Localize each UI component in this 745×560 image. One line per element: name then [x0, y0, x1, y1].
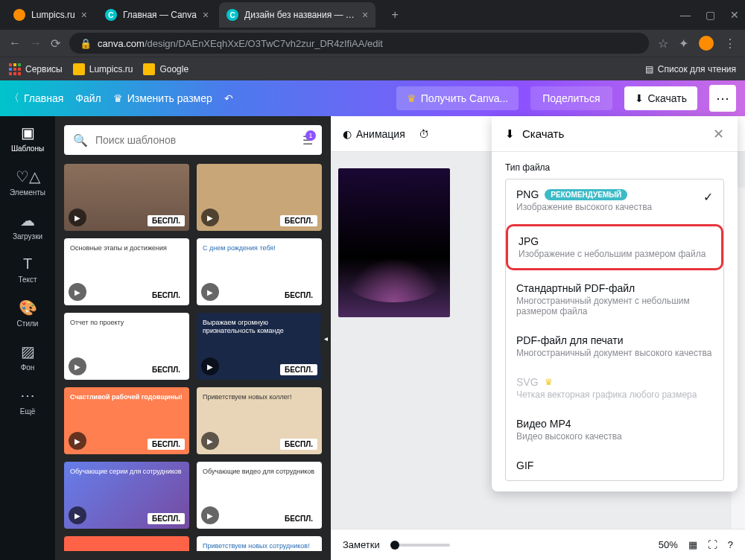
app-header: 〈 Главная Файл ♛ Изменить размер ↶ ♛ Пол…	[0, 80, 745, 116]
template-caption: Выражаем огромную признательность команд…	[203, 319, 316, 335]
browser-tab-active[interactable]: C Дизайн без названия — 1280 ×	[219, 2, 375, 28]
forward-button[interactable]: →	[30, 36, 42, 50]
template-item[interactable]: ▶БЕСПЛ.	[64, 536, 189, 551]
get-canva-button[interactable]: ♛ Получить Canva...	[396, 86, 519, 110]
close-window-icon[interactable]: ✕	[730, 9, 739, 21]
sidebar-item-elements[interactable]: ♡△ Элементы	[0, 160, 55, 204]
bookmark-lumpics[interactable]: Lumpics.ru	[73, 63, 133, 75]
new-tab-button[interactable]: +	[384, 4, 405, 25]
filetype-option-pdf-std[interactable]: Стандартный PDF-файл Многостраничный док…	[506, 273, 723, 325]
filter-icon[interactable]: ☰	[302, 133, 313, 147]
free-badge: БЕСПЛ.	[280, 364, 317, 375]
search-input[interactable]: 🔍 ☰	[64, 125, 322, 155]
template-item[interactable]: Приветствуем новых коллег!▶БЕСПЛ.	[197, 387, 322, 454]
zoom-slider[interactable]	[390, 544, 450, 547]
extension-icon[interactable]: ✦	[679, 36, 688, 51]
sidebar-item-label: Фон	[21, 363, 35, 372]
browser-titlebar: Lumpics.ru × C Главная — Canva × C Дизай…	[0, 0, 745, 30]
more-icon: ⋯	[20, 386, 35, 404]
notes-label[interactable]: Заметки	[343, 539, 380, 550]
template-item[interactable]: Счастливой рабочей годовщины!▶БЕСПЛ.	[64, 387, 189, 454]
template-item[interactable]: ▶БЕСПЛ.	[197, 164, 322, 231]
filetype-dropdown[interactable]: PNGРЕКОМЕНДУЕМЫЙ Изображение высокого ка…	[505, 179, 724, 481]
filetype-option-mp4[interactable]: Видео MP4 Видео высокого качества	[506, 409, 723, 451]
search-field[interactable]	[95, 134, 295, 146]
text-icon: T	[23, 255, 32, 273]
template-caption: Отчет по проекту	[70, 319, 183, 327]
undo-button[interactable]: ↶	[224, 92, 233, 104]
minimize-icon[interactable]: —	[680, 9, 691, 21]
template-item[interactable]: Обучающие видео для сотрудников▶БЕСПЛ.	[197, 462, 322, 529]
bookmark-label: Сервисы	[25, 64, 63, 74]
template-item[interactable]: Выражаем огромную признательность команд…	[197, 313, 322, 380]
filetype-option-svg[interactable]: SVG♛ Четкая векторная графика любого раз…	[506, 367, 723, 409]
tab-title: Lumpics.ru	[31, 10, 75, 20]
sidebar-item-label: Текст	[18, 276, 37, 284]
template-item[interactable]: Приветствуем новых сотрудников!▶БЕСПЛ.	[197, 536, 322, 551]
collapse-panel-button[interactable]: ◂	[320, 320, 331, 356]
home-button[interactable]: 〈 Главная	[9, 92, 63, 105]
sidebar-item-styles[interactable]: 🎨 Стили	[0, 291, 55, 335]
crown-icon: ♛	[113, 92, 123, 104]
close-icon[interactable]: ×	[203, 9, 209, 21]
filetype-option-pdf-print[interactable]: PDF-файл для печати Многостраничный доку…	[506, 325, 723, 367]
profile-avatar[interactable]	[699, 36, 714, 51]
template-grid: ▶БЕСПЛ. ▶БЕСПЛ. Основные этапы и достиже…	[64, 164, 322, 551]
filetype-desc: Видео высокого качества	[516, 431, 713, 442]
bookmarks-bar: Сервисы Lumpics.ru Google ▤ Список для ч…	[0, 57, 745, 80]
sidebar-item-more[interactable]: ⋯ Ещё	[0, 379, 55, 423]
bookmark-google[interactable]: Google	[143, 63, 188, 75]
file-button[interactable]: Файл	[75, 92, 101, 104]
maximize-icon[interactable]: ▢	[706, 9, 715, 21]
getcanva-label: Получить Canva...	[421, 92, 509, 104]
template-item[interactable]: Обучающие серии для сотрудников▶БЕСПЛ.	[64, 462, 189, 529]
close-icon[interactable]: ✕	[713, 126, 724, 142]
close-icon[interactable]: ×	[362, 9, 368, 21]
bookmark-label: Google	[159, 64, 188, 74]
zoom-value[interactable]: 50%	[659, 539, 678, 550]
reading-list[interactable]: ▤ Список для чтения	[645, 64, 736, 74]
bookmark-services[interactable]: Сервисы	[9, 63, 63, 75]
back-button[interactable]: ←	[9, 36, 21, 50]
reload-button[interactable]: ⟳	[51, 36, 60, 51]
lock-icon: 🔒	[80, 38, 92, 49]
free-badge: БЕСПЛ.	[148, 364, 185, 375]
template-item[interactable]: С днем рождения тебя!▶БЕСПЛ.	[197, 238, 322, 305]
share-button[interactable]: Поделиться	[530, 86, 612, 110]
download-panel-body: Тип файла PNGРЕКОМЕНДУЕМЫЙ Изображение в…	[492, 152, 738, 491]
browser-tab[interactable]: Lumpics.ru ×	[6, 2, 95, 28]
sidebar-item-text[interactable]: T Текст	[0, 248, 55, 291]
animation-button[interactable]: ◐ Анимация	[343, 128, 405, 140]
filetype-option-png[interactable]: PNGРЕКОМЕНДУЕМЫЙ Изображение высокого ка…	[506, 179, 723, 221]
template-item[interactable]: Отчет по проекту▶БЕСПЛ.	[64, 313, 189, 380]
template-caption: Приветствуем новых сотрудников!	[203, 542, 316, 550]
menu-icon[interactable]: ⋮	[724, 36, 736, 51]
more-button[interactable]: ⋯	[709, 85, 736, 112]
url-field[interactable]: 🔒 canva.com/design/DAEnXEqhXxE/O3TwC7vh2…	[69, 33, 649, 54]
timer-button[interactable]: ⏱	[419, 128, 429, 140]
sidebar-item-background[interactable]: ▨ Фон	[0, 335, 55, 379]
close-icon[interactable]: ×	[81, 9, 87, 21]
help-icon[interactable]: ?	[728, 539, 733, 550]
star-icon[interactable]: ☆	[658, 36, 668, 51]
grid-view-icon[interactable]: ▦	[688, 539, 697, 550]
canvas-slide[interactable]	[338, 168, 450, 317]
fullscreen-icon[interactable]: ⛶	[708, 539, 717, 550]
bookmark-label: Список для чтения	[658, 64, 736, 74]
crown-icon: ♛	[407, 92, 416, 104]
download-button[interactable]: ⬇ Скачать	[624, 86, 698, 110]
template-item[interactable]: Основные этапы и достижения▶БЕСПЛ.	[64, 238, 189, 305]
filetype-name: GIF	[516, 459, 533, 471]
crown-icon: ♛	[545, 377, 553, 387]
template-item[interactable]: ▶БЕСПЛ.	[64, 164, 189, 231]
filetype-option-jpg[interactable]: JPG Изображение с небольшим размером фай…	[506, 224, 723, 270]
sidebar-item-templates[interactable]: ▣ Шаблоны	[0, 116, 55, 160]
window-controls: — ▢ ✕	[680, 9, 739, 21]
sidebar-item-uploads[interactable]: ☁ Загрузки	[0, 204, 55, 248]
resize-button[interactable]: ♛ Изменить размер	[113, 92, 212, 104]
template-caption: Обучающие серии для сотрудников	[70, 468, 183, 476]
filetype-option-gif[interactable]: GIF	[506, 451, 723, 480]
play-icon: ▶	[69, 506, 86, 524]
browser-tab[interactable]: C Главная — Canva ×	[98, 2, 216, 28]
download-panel-header: ⬇ Скачать ✕	[492, 116, 738, 152]
